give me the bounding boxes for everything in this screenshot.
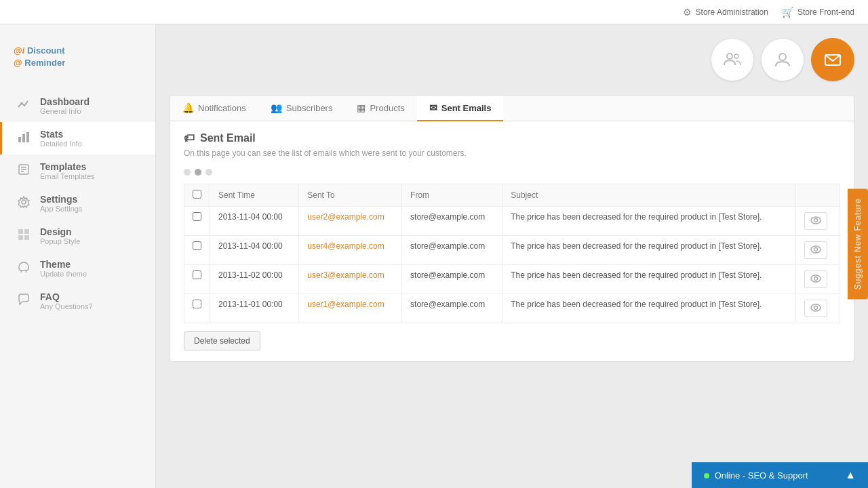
tab-sent-emails[interactable]: ✉ Sent Emails <box>417 96 504 121</box>
svg-line-14 <box>26 270 26 272</box>
view-button-0[interactable] <box>804 212 827 230</box>
svg-rect-1 <box>18 137 21 142</box>
sent-to-link-2[interactable]: user3@example.com <box>307 270 384 280</box>
group-circle-icon[interactable] <box>711 38 754 81</box>
tab-sent-emails-label: Sent Emails <box>441 103 492 113</box>
svg-point-22 <box>814 248 818 251</box>
tab-notifications-label: Notifications <box>198 103 246 113</box>
cell-subject: The price has been decreased for the req… <box>502 207 796 236</box>
cell-sent-time: 2013-11-02 00:00 <box>210 265 299 294</box>
sidebar-item-dashboard[interactable]: Dashboard General Info <box>0 89 155 122</box>
store-admin-label: Store Administration <box>696 7 768 17</box>
sidebar-item-settings[interactable]: Settings App Settings <box>0 187 155 220</box>
svg-point-23 <box>811 275 821 282</box>
tab-products[interactable]: ▦ Products <box>344 96 416 121</box>
admin-circle-icon[interactable] <box>761 38 804 81</box>
sent-emails-tab-icon: ✉ <box>429 102 437 113</box>
sidebar-nav: Dashboard General Info Stats Detailed In… <box>0 89 155 317</box>
design-sublabel: Popup Style <box>40 237 80 245</box>
select-all-checkbox[interactable] <box>193 190 201 199</box>
cell-sent-time: 2013-11-04 00:00 <box>210 236 299 265</box>
svg-point-24 <box>814 277 818 281</box>
svg-rect-10 <box>24 229 29 234</box>
main-layout: @/ Discount @ Reminder Dashboard General… <box>0 24 868 488</box>
delete-selected-button[interactable]: Delete selected <box>184 331 260 350</box>
store-admin-link[interactable]: ⚙ Store Administration <box>683 7 768 18</box>
email-circle-icon[interactable] <box>811 38 854 81</box>
faq-sublabel: Any Questions? <box>40 302 93 310</box>
top-icons-row <box>170 38 854 81</box>
panel-description: On this page you can see the list of ema… <box>184 148 840 158</box>
suggest-new-feature-bar[interactable]: Suggest New Feature <box>848 188 868 299</box>
col-actions <box>796 184 840 207</box>
svg-line-13 <box>21 270 22 272</box>
store-icon: 🛒 <box>782 7 793 18</box>
svg-point-17 <box>779 54 786 60</box>
logo-area: @/ Discount @ Reminder <box>0 38 155 89</box>
sidebar-item-stats[interactable]: Stats Detailed Info <box>0 122 155 155</box>
view-button-2[interactable] <box>804 270 827 288</box>
row-checkbox-0[interactable] <box>193 212 201 221</box>
row-checkbox-cell <box>184 265 210 294</box>
store-frontend-link[interactable]: 🛒 Store Front-end <box>782 7 854 18</box>
stats-label: Stats <box>40 129 82 140</box>
theme-icon <box>16 260 32 277</box>
cell-from: store@example.com <box>402 207 502 236</box>
row-checkbox-3[interactable] <box>193 300 201 308</box>
sidebar-item-design[interactable]: Design Popup Style <box>0 220 155 252</box>
row-checkbox-2[interactable] <box>193 270 201 279</box>
subscribers-tab-icon: 👥 <box>271 102 282 113</box>
store-frontend-label: Store Front-end <box>797 7 854 17</box>
row-checkbox-cell <box>184 207 210 236</box>
row-checkbox-1[interactable] <box>193 241 201 250</box>
svg-point-16 <box>734 54 738 58</box>
row-checkbox-cell <box>184 236 210 265</box>
col-sent-to: Sent To <box>299 184 402 207</box>
cell-view <box>796 265 840 294</box>
content-area: 🔔 Notifications 👥 Subscribers ▦ Products… <box>156 24 868 488</box>
sent-to-link-0[interactable]: user2@example.com <box>307 212 384 222</box>
online-seo-bar[interactable]: Online - SEO & Support ▲ <box>692 462 868 488</box>
cell-view <box>796 294 840 323</box>
table-row: 2013-11-01 00:00 user1@example.com store… <box>184 294 840 323</box>
email-table: Sent Time Sent To From Subject 2013-11-0… <box>184 184 840 323</box>
tabs-bar: 🔔 Notifications 👥 Subscribers ▦ Products… <box>170 96 854 121</box>
cell-view <box>796 207 840 236</box>
sidebar-item-templates[interactable]: Templates Email Templates <box>0 155 155 187</box>
templates-label: Templates <box>40 161 95 172</box>
stats-sublabel: Detailed Info <box>40 140 82 148</box>
cell-subject: The price has been decreased for the req… <box>502 236 796 265</box>
sent-to-link-3[interactable]: user1@example.com <box>307 300 384 309</box>
tab-subscribers[interactable]: 👥 Subscribers <box>258 96 345 121</box>
svg-rect-12 <box>24 235 29 240</box>
online-dot <box>704 473 709 479</box>
tab-notifications[interactable]: 🔔 Notifications <box>170 96 258 121</box>
sidebar: @/ Discount @ Reminder Dashboard General… <box>0 24 156 488</box>
view-button-1[interactable] <box>804 241 827 259</box>
chevron-up-icon: ▲ <box>845 469 856 481</box>
settings-icon <box>16 195 32 212</box>
sidebar-item-theme[interactable]: Theme Update theme <box>0 252 155 285</box>
svg-point-26 <box>814 306 818 310</box>
table-row: 2013-11-02 00:00 user3@example.com store… <box>184 265 840 294</box>
view-button-3[interactable] <box>804 300 827 317</box>
col-checkbox <box>184 184 210 207</box>
cell-view <box>796 236 840 265</box>
dot-2 <box>195 169 201 176</box>
dashboard-sublabel: General Info <box>40 107 90 115</box>
dot-3 <box>205 169 212 176</box>
stats-icon <box>16 130 32 147</box>
tag-icon: 🏷 <box>184 132 195 144</box>
notifications-tab-icon: 🔔 <box>182 102 194 113</box>
dashboard-icon <box>16 98 32 115</box>
sent-to-link-1[interactable]: user4@example.com <box>307 241 384 251</box>
col-subject: Subject <box>502 184 796 207</box>
dot-1 <box>184 169 191 176</box>
sidebar-item-faq[interactable]: FAQ Any Questions? <box>0 285 155 317</box>
admin-settings-icon: ⚙ <box>683 7 692 18</box>
svg-point-15 <box>727 54 732 59</box>
products-tab-icon: ▦ <box>357 102 366 113</box>
col-sent-time: Sent Time <box>210 184 299 207</box>
panel-body: 🏷 Sent Email On this page you can see th… <box>170 121 854 361</box>
table-row: 2013-11-04 00:00 user2@example.com store… <box>184 207 840 236</box>
